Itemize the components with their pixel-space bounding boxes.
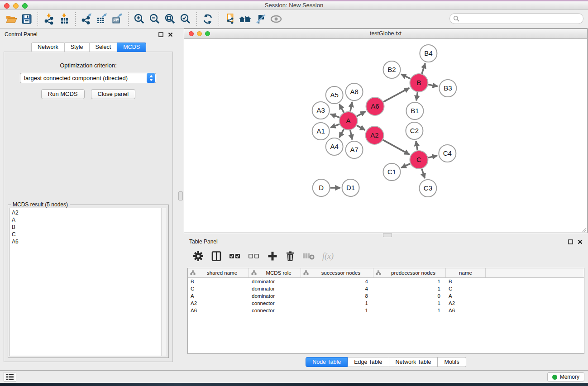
node-A7[interactable]: A7 [346,141,363,158]
minimize-window-button[interactable] [13,3,19,9]
mcds-result-item[interactable]: C [12,231,161,238]
mcds-result-item[interactable]: B [12,224,161,231]
float-panel-icon[interactable] [158,32,163,37]
node-A5[interactable]: A5 [326,86,343,104]
edge-A-A2[interactable] [357,125,365,130]
resize-grip-icon[interactable] [581,227,587,232]
network-window-titlebar[interactable]: testGlobe.txt [184,29,587,39]
tab-motifs[interactable]: Motifs [438,357,466,367]
edge-A-A3[interactable] [330,114,339,118]
edge-C-C1[interactable] [401,164,410,168]
node-table[interactable]: shared nameMCDS rolesuccessor nodesprede… [187,268,584,354]
node-D1[interactable]: D1 [342,179,359,196]
zoom-out-icon[interactable] [147,12,163,26]
edge-A-A4[interactable] [339,129,344,137]
edge-B-B4[interactable] [422,63,425,74]
cybrowser-home-icon[interactable] [238,12,253,26]
open-session-icon[interactable] [4,12,19,26]
export-network-icon[interactable] [79,12,94,26]
edge-C-C3[interactable] [422,169,425,178]
mcds-list-scrollbar[interactable] [161,208,167,356]
table-row[interactable]: Cdominator41C [188,285,584,292]
table-row[interactable]: Adominator80A [188,292,584,300]
edge-C-C2[interactable] [416,141,417,151]
network-close-button[interactable] [189,31,194,36]
edge-A-A5[interactable] [339,104,344,112]
float-panel-icon[interactable] [568,239,573,244]
toggle-graphics-details-icon[interactable] [253,12,268,26]
node-B[interactable]: B [410,74,428,92]
tab-network-table[interactable]: Network Table [389,357,438,367]
node-A4[interactable]: A4 [326,138,343,155]
close-panel-icon[interactable] [578,239,583,244]
close-panel-icon[interactable] [168,32,173,37]
edge-B-B3[interactable] [428,85,438,86]
table-row[interactable]: A6connector11A6 [188,307,584,314]
mcds-result-item[interactable]: A6 [12,238,161,245]
tab-network[interactable]: Network [31,43,65,52]
mcds-result-item[interactable]: A2 [12,209,161,216]
mcds-result-item[interactable]: A [12,216,161,224]
run-mcds-button[interactable]: Run MCDS [41,89,85,99]
import-table-icon[interactable] [57,12,72,26]
deselect-all-icon[interactable] [248,251,260,262]
node-C1[interactable]: C1 [383,163,401,181]
export-table-icon[interactable] [94,12,110,26]
edge-A6-B[interactable] [383,88,409,102]
column-header-name[interactable]: name [446,268,486,277]
delete-rows-trash-icon[interactable] [285,251,295,262]
create-column-plus-icon[interactable] [267,251,278,262]
column-header-mcds-role[interactable]: MCDS role [249,268,301,277]
node-C2[interactable]: C2 [406,122,423,139]
zoom-in-icon[interactable] [132,12,147,26]
tab-node-table[interactable]: Node Table [306,357,348,367]
edge-A-A6[interactable] [357,111,365,116]
edge-A2-C[interactable] [383,140,410,154]
memory-button[interactable]: Memory [547,372,584,381]
edge-B-B1[interactable] [416,92,418,100]
tab-mcds[interactable]: MCDS [117,43,146,52]
tab-edge-table[interactable]: Edge Table [348,357,389,367]
column-header-successor-nodes[interactable]: successor nodes [301,268,373,277]
import-network-icon[interactable] [41,12,57,26]
close-panel-button[interactable]: Close panel [91,89,136,99]
network-minimize-button[interactable] [197,31,202,36]
table-row[interactable]: A2connector11A2 [188,300,584,307]
table-options-gear-icon[interactable] [193,251,204,262]
zoom-window-button[interactable] [22,3,28,9]
node-B3[interactable]: B3 [439,80,456,97]
refresh-icon[interactable] [200,12,215,26]
node-B4[interactable]: B4 [420,45,437,62]
node-A6[interactable]: A6 [366,97,384,115]
tab-select[interactable]: Select [90,43,118,52]
node-C4[interactable]: C4 [439,145,456,162]
node-C[interactable]: C [410,151,428,169]
network-canvas[interactable]: B4B2BB3A8A5A6A3B1AC2A1A2A4A7C4CC1C3DD1 [184,39,587,233]
node-A3[interactable]: A3 [312,102,330,119]
table-row[interactable]: Bdominator41B [188,278,584,285]
search-field[interactable] [449,13,583,24]
vertical-splitter-grip[interactable] [178,191,183,200]
node-A[interactable]: A [339,112,358,130]
save-session-icon[interactable] [19,12,34,26]
network-zoom-button[interactable] [205,31,210,36]
export-image-icon[interactable] [110,12,125,26]
node-A1[interactable]: A1 [312,123,330,140]
node-D[interactable]: D [313,179,330,196]
edge-A-A1[interactable] [330,124,339,128]
show-column-icon[interactable] [211,251,222,262]
zoom-selected-icon[interactable] [178,12,193,26]
node-C3[interactable]: C3 [419,180,436,197]
edge-A-A7[interactable] [350,130,352,140]
show-hide-eye-icon[interactable] [268,12,284,26]
select-all-icon[interactable] [229,251,241,262]
edge-B-B2[interactable] [401,74,410,79]
edge-C-C4[interactable] [428,156,437,157]
column-header-shared-name[interactable]: shared name [188,268,249,277]
search-input[interactable] [460,14,583,23]
zoom-fit-icon[interactable] [163,12,178,26]
node-B1[interactable]: B1 [406,102,423,119]
optimization-criterion-select[interactable]: largest connected component (directed) [20,73,156,83]
node-A2[interactable]: A2 [366,126,384,144]
tab-style[interactable]: Style [65,43,90,52]
